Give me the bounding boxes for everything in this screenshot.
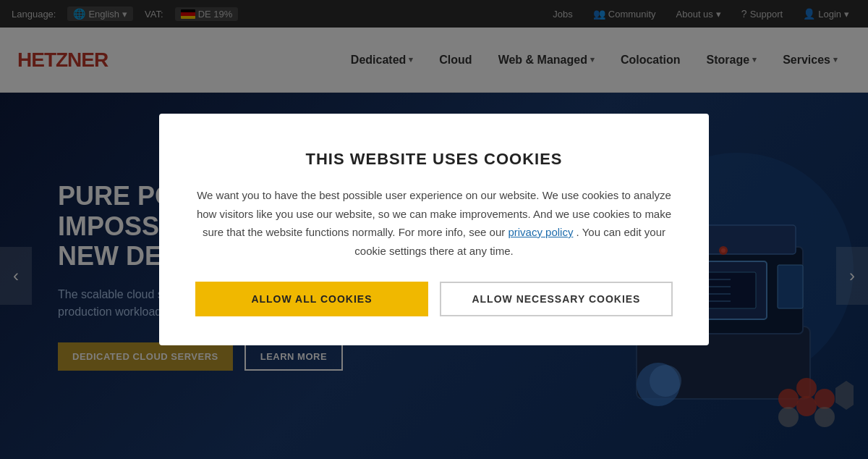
cookie-buttons: ALLOW ALL COOKIES ALLOW NECESSARY COOKIE… (195, 282, 673, 316)
cookie-modal: THIS WEBSITE USES COOKIES We want you to… (159, 114, 709, 345)
privacy-policy-link[interactable]: privacy policy (508, 226, 573, 238)
cookie-title: THIS WEBSITE USES COOKIES (195, 150, 673, 169)
cookie-text: We want you to have the best possible us… (195, 186, 673, 260)
allow-all-cookies-button[interactable]: ALLOW ALL COOKIES (195, 282, 428, 316)
allow-necessary-cookies-button[interactable]: ALLOW NECESSARY COOKIES (440, 282, 673, 316)
cookie-overlay: THIS WEBSITE USES COOKIES We want you to… (0, 0, 868, 459)
